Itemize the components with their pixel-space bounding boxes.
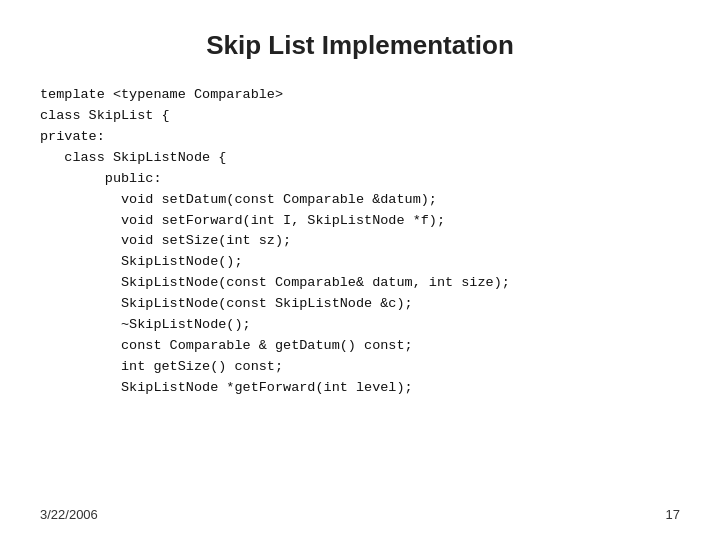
code-block: template <typename Comparable> class Ski… <box>40 85 680 399</box>
slide: Skip List Implementation template <typen… <box>0 0 720 540</box>
footer-page: 17 <box>666 507 680 522</box>
footer: 3/22/2006 17 <box>40 507 680 522</box>
page-title: Skip List Implementation <box>40 30 680 61</box>
footer-date: 3/22/2006 <box>40 507 98 522</box>
